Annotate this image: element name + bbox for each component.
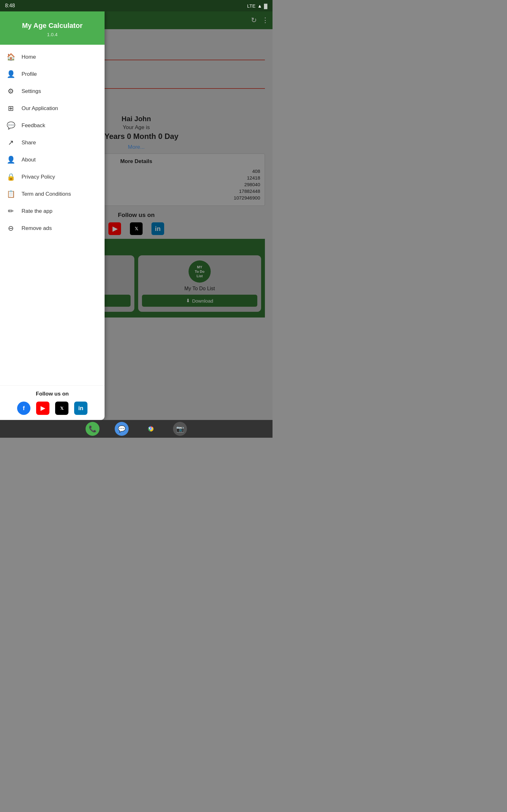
sidebar-item-term-conditions[interactable]: 📋 Term and Conditions xyxy=(0,186,105,203)
sidebar-item-privacy-policy[interactable]: 🔒 Privacy Policy xyxy=(0,168,105,186)
terms-label: Term and Conditions xyxy=(21,191,71,197)
sidebar-item-remove-ads[interactable]: ⊖ Remove ads xyxy=(0,220,105,237)
about-icon: 👤 xyxy=(6,156,15,164)
messages-button[interactable]: 💬 xyxy=(115,422,129,436)
drawer-version: 1.0.4 xyxy=(6,32,98,37)
status-bar: 8:48 LTE ▲ ▓ xyxy=(0,0,273,11)
chrome-button[interactable] xyxy=(144,422,158,436)
camera-button[interactable]: 📷 xyxy=(173,422,187,436)
terms-icon: 📋 xyxy=(6,190,15,198)
phone-button[interactable]: 📞 xyxy=(86,422,100,436)
sidebar-item-feedback[interactable]: 💬 Feedback xyxy=(0,117,105,134)
drawer-twitter-x-icon[interactable]: 𝕏 xyxy=(55,402,68,415)
svg-point-2 xyxy=(150,428,152,430)
sidebar-item-settings[interactable]: ⚙ Settings xyxy=(0,83,105,100)
rate-label: Rate the app xyxy=(21,208,52,214)
drawer-header: My Age Calculator 1.0.4 xyxy=(0,11,105,45)
signal-icon: ▲ xyxy=(257,3,262,9)
sidebar-item-home[interactable]: 🏠 Home xyxy=(0,49,105,66)
status-time: 8:48 xyxy=(5,3,15,9)
drawer-youtube-icon[interactable]: ▶ xyxy=(36,402,49,415)
profile-label: Profile xyxy=(21,71,37,78)
network-label: LTE xyxy=(247,3,256,9)
about-label: About xyxy=(21,157,36,163)
share-label: Share xyxy=(21,140,36,146)
settings-label: Settings xyxy=(21,88,41,95)
sidebar-item-our-application[interactable]: ⊞ Our Application xyxy=(0,100,105,117)
drawer-facebook-icon[interactable]: f xyxy=(17,402,31,415)
rate-icon: ✏ xyxy=(6,207,15,215)
home-icon: 🏠 xyxy=(6,53,15,61)
drawer-follow-section: Follow us on f ▶ 𝕏 in xyxy=(0,386,105,420)
home-label: Home xyxy=(21,54,36,60)
share-icon: ↗ xyxy=(6,139,15,147)
remove-ads-icon: ⊖ xyxy=(6,224,15,233)
our-application-label: Our Application xyxy=(21,105,58,112)
profile-icon: 👤 xyxy=(6,70,15,78)
drawer-app-name: My Age Calculator xyxy=(6,21,98,30)
remove-ads-label: Remove ads xyxy=(21,225,52,232)
bottom-navigation: 📞 💬 📷 xyxy=(0,420,273,438)
settings-icon: ⚙ xyxy=(6,87,15,96)
sidebar-item-about[interactable]: 👤 About xyxy=(0,151,105,168)
sidebar-item-rate-app[interactable]: ✏ Rate the app xyxy=(0,203,105,220)
battery-icon: ▓ xyxy=(264,3,268,9)
privacy-label: Privacy Policy xyxy=(21,174,55,180)
drawer-follow-title: Follow us on xyxy=(6,391,98,397)
privacy-icon: 🔒 xyxy=(6,173,15,181)
sidebar-item-share[interactable]: ↗ Share xyxy=(0,134,105,151)
sidebar-item-profile[interactable]: 👤 Profile xyxy=(0,66,105,83)
drawer-linkedin-icon[interactable]: in xyxy=(74,402,88,415)
grid-icon: ⊞ xyxy=(6,104,15,113)
drawer-menu: 🏠 Home 👤 Profile ⚙ Settings ⊞ Our Applic… xyxy=(0,45,105,386)
drawer-social-row: f ▶ 𝕏 in xyxy=(6,402,98,415)
feedback-label: Feedback xyxy=(21,122,45,129)
navigation-drawer: My Age Calculator 1.0.4 🏠 Home 👤 Profile… xyxy=(0,11,105,420)
feedback-icon: 💬 xyxy=(6,121,15,130)
